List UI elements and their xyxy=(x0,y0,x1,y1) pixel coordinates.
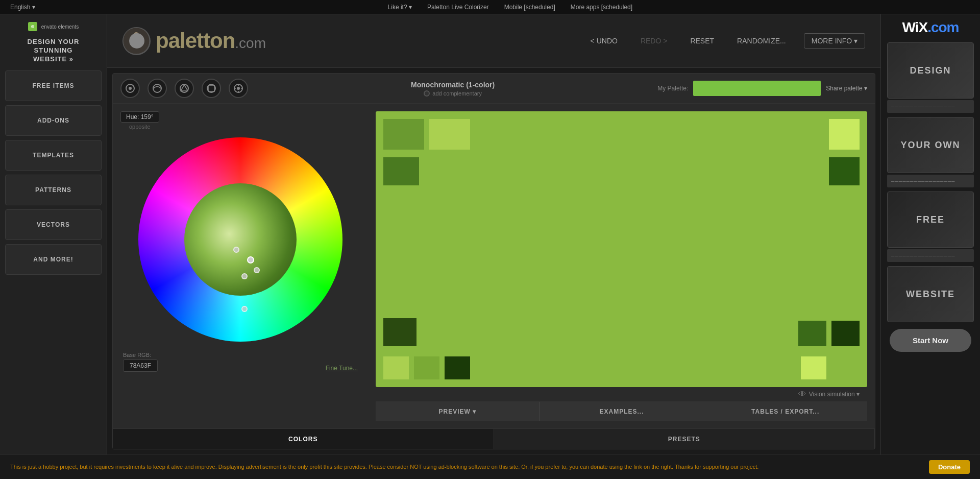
add-ons-button[interactable]: ADD-ONS xyxy=(5,105,102,136)
like-it-selector[interactable]: Like it? ▾ xyxy=(388,4,412,11)
palette-sub-label: add complementary xyxy=(256,90,650,97)
header-nav: < UNDO REDO > RESET RANDOMIZE... MORE IN… xyxy=(585,33,865,49)
colors-tab[interactable]: COLORS xyxy=(113,429,494,449)
ad-banner-design[interactable]: DESIGN xyxy=(887,42,974,99)
undo-button[interactable]: < UNDO xyxy=(585,34,623,48)
colorizer-label: Paletton Live Colorizer xyxy=(427,4,489,11)
swatch-6 xyxy=(383,318,416,346)
tables-export-tab[interactable]: TABLES / EXPORT... xyxy=(703,402,867,421)
header: paletton.com < UNDO REDO > RESET RANDOMI… xyxy=(107,14,880,68)
redo-button[interactable]: REDO > xyxy=(635,34,673,48)
hue-badge: Hue: 159° xyxy=(120,111,159,123)
wheel-dot-4[interactable] xyxy=(241,306,248,312)
swatch-3 xyxy=(829,119,860,150)
svg-rect-9 xyxy=(208,85,214,91)
right-sidebar: WiX.com DESIGN ───────────────── YOUR OW… xyxy=(880,14,980,454)
share-palette-button[interactable]: Share palette ▾ xyxy=(826,85,867,92)
color-wheel-container[interactable] xyxy=(138,137,342,342)
svg-point-1 xyxy=(130,35,142,47)
swatch-7 xyxy=(798,321,826,346)
ad-banner-your-own[interactable]: YOUR OWN xyxy=(887,117,974,173)
left-sidebar: e envato elements DESIGN YOUR STUNNING W… xyxy=(0,14,107,454)
split-mode-icon[interactable] xyxy=(148,79,167,98)
swatch-4 xyxy=(383,157,419,185)
more-apps-label[interactable]: More apps [scheduled] xyxy=(571,4,632,11)
center-content: paletton.com < UNDO REDO > RESET RANDOMI… xyxy=(107,14,880,454)
reset-button[interactable]: RESET xyxy=(685,34,719,48)
wheel-mode-icon[interactable] xyxy=(120,79,140,98)
patterns-button[interactable]: PATTERNS xyxy=(5,175,102,205)
radio-dot-icon xyxy=(424,90,430,97)
free-items-button[interactable]: FREE ITEMS xyxy=(5,70,102,101)
palette-name-label: Monochromatic (1-color) xyxy=(256,81,650,89)
svg-point-5 xyxy=(153,84,161,92)
more-info-button[interactable]: MORE INFO ▾ xyxy=(804,33,865,49)
wheel-dot-main[interactable] xyxy=(247,256,254,264)
examples-tab[interactable]: EXAMPLES... xyxy=(540,402,704,421)
swatch-11 xyxy=(445,356,470,379)
wheel-dot-2[interactable] xyxy=(233,247,239,253)
svg-point-4 xyxy=(129,87,132,90)
ad-line-1: ───────────────── xyxy=(887,100,974,113)
presets-tab[interactable]: PRESETS xyxy=(494,429,875,449)
wheel-dot-3[interactable] xyxy=(254,267,260,273)
donate-button[interactable]: Donate xyxy=(929,460,970,474)
topbar: English ▾ Like it? ▾ Paletton Live Color… xyxy=(0,0,980,14)
bottom-tabs: COLORS PRESETS xyxy=(113,428,875,449)
language-selector[interactable]: English ▾ xyxy=(10,4,35,11)
templates-button[interactable]: TEMPLATES xyxy=(5,140,102,171)
footer-text: This is just a hobby project, but it req… xyxy=(10,463,919,471)
swatch-12 xyxy=(801,356,826,379)
swatch-2 xyxy=(429,119,470,150)
palette-bar xyxy=(693,81,821,96)
triad-mode-icon[interactable] xyxy=(175,79,194,98)
swatch-5 xyxy=(829,157,860,185)
swatch-1 xyxy=(383,119,424,150)
ad-banner-website[interactable]: WEBSITE xyxy=(887,266,974,322)
color-wheel-inner[interactable] xyxy=(184,183,297,296)
palette-info: Monochromatic (1-color) add complementar… xyxy=(256,81,650,97)
logo-text: paletton.com xyxy=(156,29,266,53)
swatch-10 xyxy=(414,356,439,379)
base-rgb-area: Base RGB: 78A63F xyxy=(123,352,158,372)
logo-area: paletton.com xyxy=(122,27,266,55)
tetrad-mode-icon[interactable] xyxy=(202,79,221,98)
ad-line-3: ───────────────── xyxy=(887,249,974,262)
envato-elements-label: envato elements xyxy=(41,24,79,30)
sidebar-heading: DESIGN YOUR STUNNING WEBSITE » xyxy=(28,38,80,64)
footer: This is just a hobby project, but it req… xyxy=(0,454,980,479)
ad-line-2: ───────────────── xyxy=(887,175,974,187)
tool-area: Monochromatic (1-color) add complementar… xyxy=(107,68,880,454)
svg-point-2 xyxy=(134,32,139,37)
settings-mode-icon[interactable] xyxy=(229,79,248,98)
main-layout: e envato elements DESIGN YOUR STUNNING W… xyxy=(0,14,980,454)
start-now-button[interactable]: Start Now xyxy=(890,329,971,352)
swatch-13 xyxy=(834,356,860,379)
swatch-8 xyxy=(831,321,860,346)
preview-tab[interactable]: PREVIEW ▾ xyxy=(376,402,540,421)
randomize-button[interactable]: RANDOMIZE... xyxy=(732,34,791,48)
logo-icon xyxy=(122,27,151,55)
preview-grid xyxy=(376,111,867,387)
vision-simulation-button[interactable]: Vision simulation ▾ xyxy=(809,391,860,398)
ad-banner-free[interactable]: FREE xyxy=(887,191,974,248)
mobile-label[interactable]: Mobile [scheduled] xyxy=(504,4,555,11)
base-rgb-label: Base RGB: xyxy=(123,352,158,358)
hue-info: Hue: 159° opposite xyxy=(120,111,159,130)
base-rgb-value[interactable]: 78A63F xyxy=(123,360,158,372)
envato-icon: e xyxy=(28,22,37,31)
vision-sim-bar: 👁 Vision simulation ▾ xyxy=(376,387,867,401)
and-more-button[interactable]: AND MORE! xyxy=(5,244,102,275)
eye-icon: 👁 xyxy=(798,390,806,399)
svg-point-0 xyxy=(123,28,150,54)
wheel-side: Hue: 159° opposite xyxy=(113,104,368,428)
opposite-label: opposite xyxy=(120,124,159,130)
fine-tune-button[interactable]: Fine Tune... xyxy=(326,365,358,372)
color-panel: Monochromatic (1-color) add complementar… xyxy=(112,73,875,449)
my-palette-area: My Palette: Share palette ▾ xyxy=(657,81,867,96)
vectors-button[interactable]: VECTORS xyxy=(5,209,102,240)
preview-tabs: PREVIEW ▾ EXAMPLES... TABLES / EXPORT... xyxy=(376,401,867,421)
wix-logo: WiX.com xyxy=(902,19,959,36)
wheel-dot-1[interactable] xyxy=(241,273,248,279)
tool-toolbar: Monochromatic (1-color) add complementar… xyxy=(113,74,875,104)
